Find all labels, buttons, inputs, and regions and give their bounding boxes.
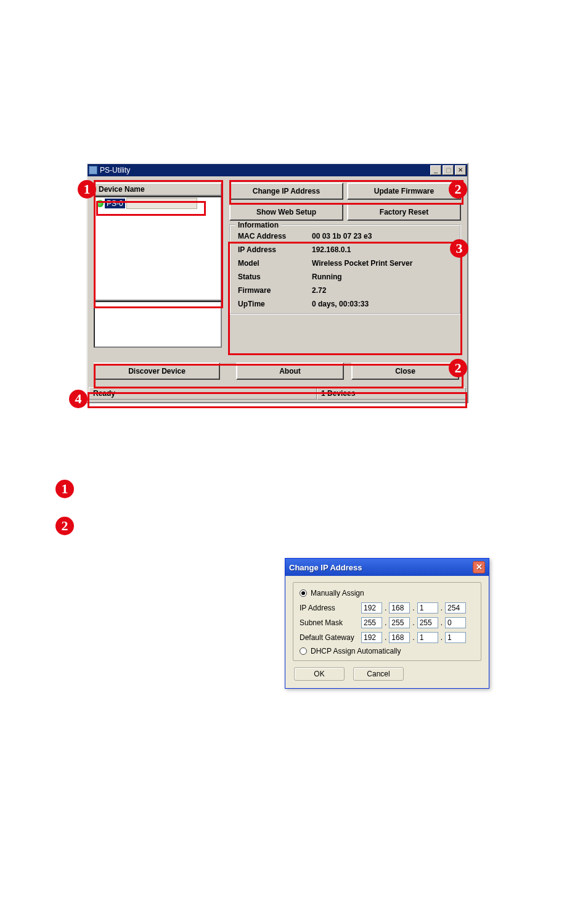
status-value: Running — [312, 273, 452, 281]
manual-assign-label: Manually Assign — [311, 589, 364, 597]
firmware-label: Firmware — [238, 286, 312, 295]
device-name-header: Device Name — [94, 183, 222, 196]
badge-3: 3 — [450, 239, 468, 258]
subnet-octet-3[interactable]: 255 — [417, 617, 438, 628]
close-window-button[interactable]: ✕ — [455, 165, 466, 175]
change-ip-button[interactable]: Change IP Address — [229, 183, 343, 200]
ip-value: 192.168.0.1 — [312, 245, 452, 254]
status-bar: Ready 1 Devices — [89, 387, 466, 400]
maximize-button[interactable]: ▢ — [443, 165, 454, 175]
ok-button[interactable]: OK — [294, 667, 345, 681]
status-ready: Ready — [89, 387, 317, 400]
titlebar: PS-Utility _ ▢ ✕ — [88, 164, 467, 176]
legend-badge-1: 1 — [55, 480, 74, 498]
ip-octet-2[interactable]: 168 — [389, 602, 410, 614]
status-label: Status — [238, 273, 312, 281]
legend-badge-2: 2 — [55, 517, 74, 535]
close-button[interactable]: Close — [351, 363, 459, 380]
status-device-count: 1 Devices — [317, 387, 466, 400]
gw-octet-1[interactable]: 192 — [361, 632, 382, 643]
gw-octet-2[interactable]: 168 — [389, 632, 410, 643]
status-dot-icon — [96, 200, 104, 207]
ps-utility-window: PS-Utility _ ▢ ✕ Device Name PS-0 Change… — [86, 163, 468, 403]
uptime-label: UpTime — [238, 300, 312, 308]
subnet-octet-2[interactable]: 255 — [389, 617, 410, 628]
secondary-list — [94, 301, 222, 348]
subnet-octet-4[interactable]: 0 — [445, 617, 466, 628]
ip-octet-3[interactable]: 1 — [417, 602, 438, 614]
dialog-title: Change IP Address — [289, 563, 362, 572]
update-firmware-button[interactable]: Update Firmware — [347, 183, 461, 200]
firmware-value: 2.72 — [312, 286, 452, 295]
model-label: Model — [238, 259, 312, 268]
device-list-item[interactable]: PS-0 — [95, 197, 221, 210]
gateway-label: Default Gateway — [300, 633, 361, 642]
window-title: PS-Utility — [100, 166, 130, 174]
information-frame: Information MAC Address00 03 1b 07 23 e3… — [229, 224, 461, 314]
device-list[interactable]: PS-0 — [94, 196, 222, 301]
gw-octet-4[interactable]: 1 — [445, 632, 466, 643]
badge-2-top: 2 — [449, 180, 467, 199]
factory-reset-button[interactable]: Factory Reset — [347, 203, 461, 221]
badge-4: 4 — [69, 390, 88, 408]
show-web-setup-button[interactable]: Show Web Setup — [229, 203, 343, 221]
discover-device-button[interactable]: Discover Device — [94, 363, 220, 380]
device-item-extra — [126, 198, 197, 209]
ip-octet-1[interactable]: 192 — [361, 602, 382, 614]
about-button[interactable]: About — [236, 363, 344, 380]
model-value: Wireless Pocket Print Server — [312, 259, 452, 268]
manual-assign-radio-row[interactable]: Manually Assign — [300, 589, 475, 597]
gw-octet-3[interactable]: 1 — [417, 632, 438, 643]
dialog-close-icon[interactable]: ✕ — [473, 561, 485, 573]
badge-2-bottom: 2 — [449, 359, 467, 377]
app-icon — [89, 166, 97, 174]
ip-address-label: IP Address — [300, 604, 361, 612]
minimize-button[interactable]: _ — [430, 165, 441, 175]
ip-label: IP Address — [238, 245, 312, 254]
device-item-name: PS-0 — [105, 199, 125, 208]
ip-settings-frame: Manually Assign IP Address 192. 168. 1. … — [293, 582, 481, 661]
cancel-button[interactable]: Cancel — [353, 667, 404, 681]
change-ip-dialog: Change IP Address ✕ Manually Assign IP A… — [285, 558, 489, 689]
information-legend: Information — [235, 221, 281, 229]
badge-1: 1 — [78, 180, 96, 199]
subnet-label: Subnet Mask — [300, 618, 361, 627]
radio-icon[interactable] — [300, 647, 307, 655]
dhcp-radio-row[interactable]: DHCP Assign Automatically — [300, 647, 475, 655]
dialog-titlebar: Change IP Address ✕ — [285, 559, 489, 576]
mac-value: 00 03 1b 07 23 e3 — [312, 232, 452, 240]
dhcp-label: DHCP Assign Automatically — [311, 647, 401, 655]
subnet-octet-1[interactable]: 255 — [361, 617, 382, 628]
radio-icon[interactable] — [300, 589, 307, 597]
uptime-value: 0 days, 00:03:33 — [312, 300, 452, 308]
mac-label: MAC Address — [238, 232, 312, 240]
ip-octet-4[interactable]: 254 — [445, 602, 466, 614]
